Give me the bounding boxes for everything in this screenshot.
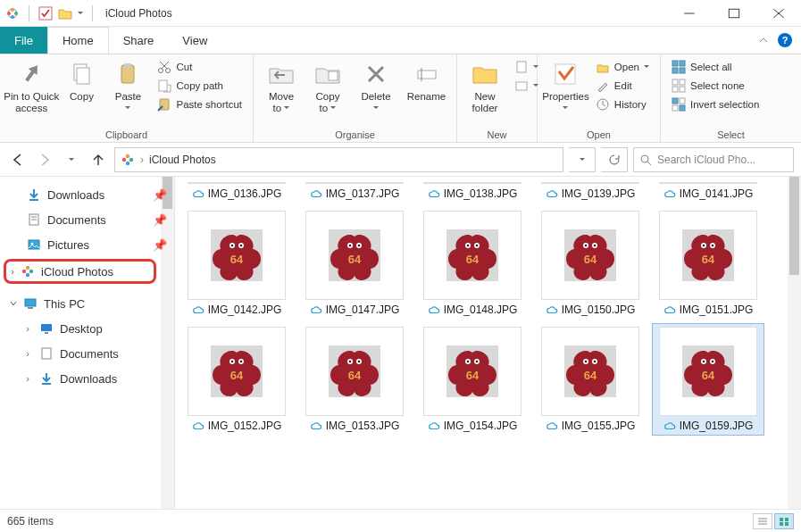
cloud-status-icon (192, 187, 204, 200)
move-to-button[interactable]: Move to (261, 58, 302, 116)
new-folder-button[interactable]: New folder (464, 58, 505, 116)
file-thumbnail: 64 (423, 182, 521, 184)
file-item[interactable]: 64 IMG_0153.JPG (298, 323, 411, 436)
file-item[interactable]: 64 IMG_0155.JPG (534, 323, 647, 436)
file-item[interactable]: 64 IMG_0154.JPG (416, 323, 529, 436)
svg-rect-150 (780, 518, 783, 521)
maximize-button[interactable] (717, 1, 751, 26)
svg-point-102 (467, 245, 470, 247)
file-item[interactable]: 64 IMG_0159.JPG (652, 323, 764, 436)
file-item[interactable]: 64 IMG_0138.JPG (416, 179, 529, 204)
help-button[interactable]: ? (778, 33, 792, 47)
sidebar-item-downloads-pc[interactable]: › Downloads (9, 366, 171, 391)
search-input[interactable]: Search iCloud Pho... (633, 147, 794, 172)
qat-customize-caret[interactable] (78, 7, 83, 20)
expand-chevron-icon[interactable]: › (6, 266, 19, 277)
tab-view[interactable]: View (168, 27, 221, 54)
select-all-button[interactable]: Select all (668, 58, 763, 76)
copy-to-button[interactable]: Copy to (307, 58, 348, 116)
expand-chevron-icon[interactable]: › (21, 348, 34, 359)
minimize-button[interactable] (672, 1, 706, 26)
nav-up-button[interactable] (88, 149, 109, 170)
file-item[interactable]: 64 IMG_0151.JPG (652, 207, 764, 320)
delete-button[interactable]: Delete (354, 58, 398, 116)
pictures-icon (27, 237, 41, 252)
expand-chevron-icon[interactable]: › (21, 323, 34, 334)
breadcrumb-current[interactable]: iCloud Photos (149, 154, 216, 166)
invert-selection-button[interactable]: Invert selection (668, 96, 763, 113)
sidebar-item-icloud-photos[interactable]: › iCloud Photos (4, 259, 156, 284)
ribbon-group-organise: Organise (261, 128, 449, 140)
select-none-button[interactable]: Select none (668, 77, 763, 95)
collapse-chevron-icon[interactable] (9, 299, 21, 308)
close-button[interactable] (762, 1, 796, 26)
paste-button[interactable]: Paste (107, 58, 148, 116)
tab-home[interactable]: Home (47, 27, 109, 54)
open-button[interactable]: Open (592, 58, 653, 76)
file-item[interactable]: 64 IMG_0147.JPG (298, 207, 411, 320)
tab-file[interactable]: File (0, 27, 47, 54)
nav-back-button[interactable] (7, 149, 29, 170)
view-thumbnails-button[interactable] (774, 513, 794, 529)
copy-path-button[interactable]: Copy path (154, 77, 246, 95)
svg-rect-7 (729, 9, 738, 18)
sidebar-item-documents-pc[interactable]: › Documents (9, 341, 171, 366)
file-item[interactable]: 64 IMG_0142.JPG (180, 207, 293, 320)
sidebar-item-documents[interactable]: Documents📌 (9, 207, 171, 232)
svg-rect-52 (28, 307, 33, 309)
sidebar-item-this-pc[interactable]: This PC (9, 291, 171, 316)
history-button[interactable]: History (592, 96, 653, 113)
svg-point-133 (476, 361, 479, 363)
qat-folder-icon[interactable] (58, 6, 72, 21)
tab-share[interactable]: Share (109, 27, 169, 54)
address-dropdown-button[interactable] (569, 147, 596, 172)
nav-recent-caret[interactable] (61, 149, 82, 170)
file-item[interactable]: 64 IMG_0150.JPG (534, 207, 647, 320)
svg-text:64: 64 (466, 182, 480, 184)
file-thumbnail: 64 (188, 182, 286, 184)
svg-point-90 (231, 245, 234, 247)
ribbon-group-open: Open (545, 128, 653, 140)
cut-button[interactable]: Cut (154, 58, 246, 76)
copy-button[interactable]: Copy (61, 58, 102, 104)
file-item[interactable]: 64 IMG_0136.JPG (180, 179, 293, 204)
content-scrollbar[interactable] (788, 177, 801, 509)
breadcrumb-photos-icon (121, 153, 135, 167)
ribbon-collapse-caret[interactable] (758, 35, 769, 46)
svg-text:64: 64 (584, 369, 597, 382)
sidebar-item-desktop[interactable]: › Desktop (9, 316, 171, 341)
view-details-button[interactable] (753, 513, 772, 529)
qat-check-icon[interactable] (38, 6, 53, 21)
sidebar-item-downloads[interactable]: Downloads📌 (9, 182, 171, 207)
file-name: IMG_0153.JPG (326, 420, 400, 432)
ribbon-group-clipboard: Clipboard (7, 128, 246, 140)
file-thumbnail: 64 (188, 327, 286, 416)
sidebar-item-pictures[interactable]: Pictures📌 (9, 232, 171, 257)
file-thumbnail: 64 (659, 211, 757, 300)
status-item-count: 665 items (7, 515, 54, 528)
file-name: IMG_0151.JPG (680, 303, 754, 316)
edit-button[interactable]: Edit (592, 77, 653, 95)
svg-point-4 (7, 12, 11, 15)
window-title: iCloud Photos (105, 7, 172, 20)
refresh-button[interactable] (601, 147, 628, 172)
rename-button[interactable]: Rename (404, 58, 449, 104)
properties-button[interactable]: Properties (545, 58, 587, 116)
expand-chevron-icon[interactable]: › (21, 373, 34, 384)
cloud-status-icon (663, 420, 676, 432)
svg-text:64: 64 (230, 182, 244, 184)
file-item[interactable]: 64 IMG_0139.JPG (534, 179, 647, 204)
svg-text:64: 64 (466, 369, 480, 382)
file-item[interactable]: 64 IMG_0148.JPG (416, 207, 529, 320)
file-item[interactable]: 64 IMG_0141.JPG (652, 179, 764, 204)
file-item[interactable]: 64 IMG_0137.JPG (298, 179, 411, 204)
pin-to-quick-access-button[interactable]: Pin to Quick access (7, 58, 55, 116)
icloud-photos-icon (21, 264, 35, 278)
cloud-status-icon (310, 303, 322, 316)
svg-text:64: 64 (702, 369, 715, 382)
paste-shortcut-button[interactable]: Paste shortcut (154, 96, 246, 113)
svg-point-1 (11, 8, 14, 12)
address-bar[interactable]: › iCloud Photos (114, 147, 563, 172)
nav-forward-button[interactable] (34, 149, 55, 170)
file-item[interactable]: 64 IMG_0152.JPG (180, 323, 293, 436)
